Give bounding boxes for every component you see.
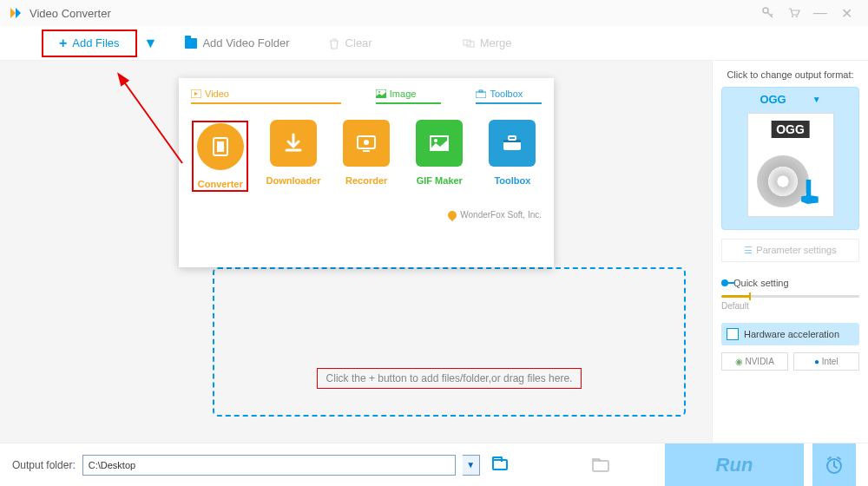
clock-icon — [824, 455, 845, 476]
intel-icon: ● — [814, 357, 822, 366]
open-folder-button[interactable] — [487, 455, 513, 476]
recorder-icon — [343, 120, 390, 167]
toolbox-icon — [489, 120, 536, 167]
folder-open-icon — [492, 459, 508, 470]
module-toolbox[interactable]: Toolbox — [483, 120, 542, 193]
footer: Output folder: ▼ Run — [0, 443, 868, 486]
tab-image[interactable]: Image — [376, 89, 442, 104]
gif-icon — [416, 120, 463, 167]
toolbox-tab-icon — [476, 89, 486, 98]
merge-icon — [463, 37, 475, 49]
workspace: Video Image Toolbox Converter — [0, 61, 712, 443]
hardware-acceleration-button[interactable]: Hardware acceleration — [721, 323, 859, 345]
nvidia-icon: ◉ — [735, 357, 746, 366]
svg-rect-9 — [476, 92, 486, 98]
merge-button[interactable]: Merge — [452, 30, 523, 57]
format-badge: OGG — [771, 121, 810, 138]
side-panel: Click to change output format: OGG▼ OGG … — [712, 61, 868, 443]
module-panel: Video Image Toolbox Converter — [179, 78, 554, 267]
quick-setting-slider[interactable] — [721, 295, 859, 298]
sliders-icon: ☰ — [744, 245, 753, 255]
downloader-label: Downloader — [264, 175, 322, 186]
add-folder-label: Add Video Folder — [202, 36, 289, 49]
key-icon[interactable] — [755, 0, 781, 26]
chip-icon — [727, 328, 739, 340]
folder-plus-button[interactable] — [588, 455, 614, 476]
minimize-button[interactable]: — — [807, 0, 833, 26]
format-section-label: Click to change output format: — [721, 69, 859, 80]
video-tab-icon — [191, 89, 201, 98]
module-converter[interactable]: Converter — [191, 120, 249, 193]
add-files-label: Add Files — [72, 36, 119, 49]
close-button[interactable]: ✕ — [833, 0, 859, 26]
recorder-label: Recorder — [338, 175, 396, 186]
dropzone[interactable]: Click the + button to add files/folder,o… — [213, 267, 686, 417]
merge-label: Merge — [480, 36, 512, 49]
brand-label: WonderFox Soft, Inc. — [191, 210, 542, 220]
flame-icon — [446, 208, 458, 220]
intel-button[interactable]: ● Intel — [793, 352, 860, 371]
cart-icon[interactable] — [781, 0, 807, 26]
drop-hint: Click the + button to add files/folder,o… — [317, 368, 582, 389]
trash-icon — [328, 37, 340, 49]
converter-icon — [197, 123, 244, 170]
schedule-button[interactable] — [812, 443, 856, 487]
folder-plus-icon — [592, 458, 609, 472]
app-title: Video Converter — [30, 7, 755, 20]
output-format-selector[interactable]: OGG▼ OGG — [721, 87, 859, 230]
handle-icon — [721, 279, 728, 286]
tab-toolbox[interactable]: Toolbox — [476, 89, 542, 104]
add-folder-button[interactable]: Add Video Folder — [174, 30, 299, 57]
output-folder-input[interactable] — [82, 455, 456, 476]
svg-point-1 — [792, 16, 793, 17]
svg-point-2 — [796, 16, 798, 17]
add-files-dropdown[interactable]: ▼ — [144, 36, 158, 51]
titlebar: Video Converter — ✕ — [0, 0, 868, 26]
svg-rect-10 — [479, 90, 483, 92]
module-gif-maker[interactable]: GIF Maker — [411, 120, 469, 193]
clear-label: Clear — [345, 36, 372, 49]
format-name: OGG — [760, 93, 786, 106]
disc-icon — [757, 155, 809, 207]
svg-rect-15 — [363, 150, 370, 152]
output-folder-label: Output folder: — [12, 459, 76, 471]
clear-button[interactable]: Clear — [318, 30, 383, 57]
svg-point-8 — [378, 91, 380, 93]
svg-point-17 — [434, 139, 437, 142]
image-tab-icon — [376, 89, 386, 98]
svg-rect-21 — [593, 461, 608, 471]
parameter-settings-button[interactable]: ☰Parameter settings — [721, 239, 859, 262]
gif-label: GIF Maker — [411, 175, 469, 186]
svg-rect-12 — [217, 141, 224, 152]
plus-icon: + — [59, 36, 67, 51]
converter-label: Converter — [194, 179, 246, 189]
caret-down-icon: ▼ — [812, 95, 821, 104]
add-files-button[interactable]: + Add Files — [42, 30, 137, 57]
app-logo-icon — [9, 6, 23, 20]
toolbox-label: Toolbox — [483, 175, 542, 186]
svg-rect-20 — [509, 136, 516, 140]
svg-point-14 — [364, 140, 369, 145]
run-button[interactable]: Run — [665, 443, 804, 487]
default-label: Default — [721, 301, 859, 311]
tab-video[interactable]: Video — [191, 89, 341, 104]
downloader-icon — [270, 120, 317, 167]
nvidia-button[interactable]: ◉ NVIDIA — [721, 352, 788, 371]
svg-line-5 — [123, 81, 182, 163]
module-recorder[interactable]: Recorder — [338, 120, 396, 193]
module-downloader[interactable]: Downloader — [264, 120, 322, 193]
folder-icon — [185, 38, 197, 49]
quick-setting-label: Quick setting — [721, 278, 859, 288]
toolbar: + Add Files ▼ Add Video Folder Clear Mer… — [0, 26, 868, 61]
output-folder-dropdown[interactable]: ▼ — [463, 455, 480, 476]
format-thumbnail: OGG — [747, 113, 834, 217]
